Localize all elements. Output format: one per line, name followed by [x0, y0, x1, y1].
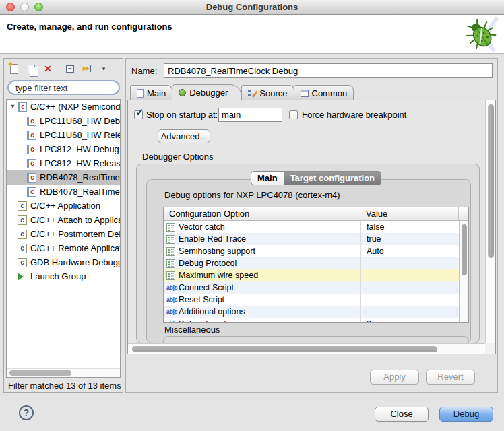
scrollbar-thumb[interactable] [488, 104, 494, 258]
tree-item[interactable]: cLPC812_HW Debug [7, 142, 120, 156]
table-row[interactable]: Semihosting supportAuto [164, 245, 460, 257]
disclosure-triangle-icon[interactable]: ▼ [8, 100, 18, 114]
sidebar: ✕ − ▶▶ ▾ ▼ c C/C++ (NXP Semicondu cLPC11… [3, 58, 123, 393]
scrollbar-thumb[interactable] [132, 346, 437, 352]
list-option-icon [166, 223, 175, 232]
table-header: Configuration Option Value [164, 207, 468, 221]
duplicate-icon [28, 65, 35, 73]
advanced-button[interactable]: Advanced... [158, 129, 210, 143]
c-config-icon: c [18, 102, 27, 112]
debugger-tab-content: Stop on startup at: Force hardware break… [127, 100, 496, 354]
tree-item[interactable]: cLPC11U68_HW Debug [7, 114, 120, 128]
filter-button[interactable]: ▶▶ [81, 63, 93, 75]
c-app-icon: c [18, 201, 27, 211]
table-row[interactable]: Enable Red Tracetrue [164, 233, 460, 245]
apply-button[interactable]: Apply [370, 370, 419, 385]
launch-group-icon [18, 273, 27, 281]
table-vertical-scrollbar[interactable] [459, 221, 468, 322]
duplicate-configuration-button[interactable] [25, 63, 37, 75]
tree-item[interactable]: cC/C++ Application [7, 199, 120, 213]
delete-icon: ✕ [44, 64, 52, 73]
column-header-value[interactable]: Value [360, 207, 459, 220]
close-window-button[interactable] [6, 3, 15, 11]
tab-strip: Main Debugger Source Common [130, 84, 353, 100]
collapse-all-icon: − [66, 65, 74, 73]
titlebar: Debug Configurations [0, 0, 504, 15]
content-horizontal-scrollbar[interactable] [128, 343, 486, 354]
tree-item[interactable]: ▼ c C/C++ (NXP Semicondu [7, 100, 120, 114]
close-button[interactable]: Close [375, 407, 429, 422]
force-hardware-breakpoint-label: Force hardware breakpoint [302, 110, 406, 120]
list-option-icon [166, 271, 175, 280]
c-app-icon: c [18, 230, 27, 239]
bug-icon [461, 16, 500, 53]
new-configuration-button[interactable] [8, 63, 20, 75]
text-option-icon: ab|c [166, 296, 175, 304]
window-title: Debug Configurations [206, 2, 298, 12]
tab-source[interactable]: Source [241, 85, 294, 100]
tree-item[interactable]: Launch Group [7, 269, 120, 284]
c-config-icon: c [27, 131, 36, 140]
configuration-panel: Name: Main Debugger Source Common Stop o… [125, 58, 498, 393]
table-row[interactable]: Debug Protocol [164, 257, 460, 269]
filter-input[interactable] [7, 80, 120, 95]
text-option-icon: ab|c [166, 284, 175, 292]
scrollbar-thumb[interactable] [462, 224, 467, 275]
tree-item[interactable]: cC/C++ Remote Applicat [7, 241, 120, 255]
debug-button[interactable]: Debug [439, 407, 493, 422]
dropdown-arrow-icon: ▾ [102, 65, 106, 72]
force-hardware-breakpoint-checkbox[interactable] [289, 110, 298, 119]
footer: ? Close Debug [0, 395, 504, 431]
debug-configurations-dialog: { "window": { "title": "Debug Configurat… [0, 0, 504, 431]
table-icon [301, 90, 309, 97]
text-option-icon: ab|c [166, 320, 175, 323]
table-body: Vector catchfalse Enable Red Tracetrue S… [164, 221, 460, 323]
tree-item[interactable]: cLPC11U68_HW Releas [7, 128, 120, 142]
traffic-lights [6, 3, 43, 11]
scrollbar-thumb[interactable] [9, 370, 71, 376]
segment-target-configuration[interactable]: Target configuration [284, 171, 381, 185]
table-row[interactable]: ab|cConnect Script [164, 281, 460, 294]
tree-item[interactable]: cLPC812_HW Release [7, 156, 120, 170]
table-row-highlighted[interactable]: Maximum wire speed [164, 269, 460, 281]
tab-common[interactable]: Common [294, 85, 354, 100]
filter-menu-button[interactable]: ▾ [98, 63, 110, 75]
name-input[interactable] [164, 63, 493, 78]
minimize-window-button[interactable] [20, 3, 29, 11]
c-config-icon: c [27, 173, 36, 183]
tree-horizontal-scrollbar[interactable] [7, 368, 120, 377]
c-app-icon: c [18, 258, 27, 267]
table-row[interactable]: ab|cReset Script [164, 294, 460, 306]
configurations-tree: ▼ c C/C++ (NXP Semicondu cLPC11U68_HW De… [6, 99, 121, 378]
source-icon [248, 89, 256, 97]
tree-item-selected[interactable]: cRDB4078_RealTimeCl [7, 170, 120, 185]
stop-on-startup-label: Stop on startup at: [146, 110, 218, 120]
revert-button[interactable]: Revert [426, 370, 475, 385]
tree-item[interactable]: cRDB4078_RealTimeCl [7, 185, 120, 199]
stop-on-startup-checkbox[interactable] [134, 110, 143, 119]
table-row[interactable]: ab|cAdditional options [164, 306, 460, 318]
debug-options-title: Debug options for NXP LPC4078 (cortex-m4… [164, 190, 340, 200]
sidebar-toolbar: ✕ − ▶▶ ▾ [8, 61, 110, 76]
collapse-all-button[interactable]: − [64, 63, 76, 75]
tree-item[interactable]: cC/C++ Postmortem Deb [7, 227, 120, 241]
tree-item[interactable]: cGDB Hardware Debuggir [7, 255, 120, 269]
debugger-options-segmented-control: Main Target configuration [251, 171, 381, 185]
column-header-option[interactable]: Configuration Option [164, 207, 360, 220]
tree-item[interactable]: cC/C++ Attach to Applica [7, 213, 120, 227]
table-row[interactable]: ab|cDebug Level2 [164, 318, 460, 323]
c-config-icon: c [27, 117, 36, 126]
help-button[interactable]: ? [19, 405, 34, 420]
page-title: Create, manage, and run configurations [7, 22, 172, 32]
segment-main[interactable]: Main [251, 171, 284, 185]
scrollbar-corner [485, 343, 495, 354]
name-label: Name: [131, 66, 157, 76]
filter-status-text: Filter matched 13 of 13 items [8, 380, 121, 391]
table-row[interactable]: Vector catchfalse [164, 221, 460, 233]
tab-main[interactable]: Main [130, 85, 172, 100]
stop-symbol-input[interactable] [218, 108, 282, 122]
tab-debugger[interactable]: Debugger [172, 84, 242, 100]
content-vertical-scrollbar[interactable] [485, 100, 495, 344]
zoom-window-button[interactable] [34, 3, 43, 11]
delete-configuration-button[interactable]: ✕ [42, 63, 54, 75]
